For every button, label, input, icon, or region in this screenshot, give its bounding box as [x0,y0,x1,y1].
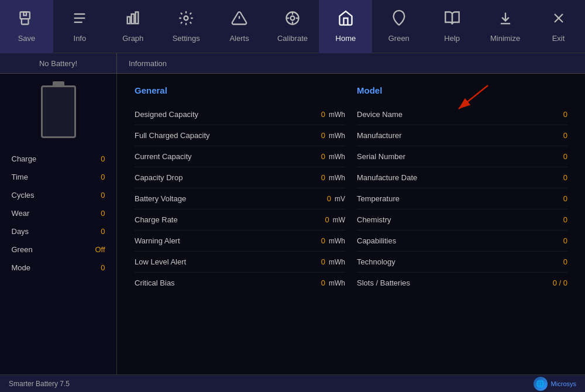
green-icon [391,10,407,30]
brand-label: Smarter Battery 7.5 [9,380,70,388]
manufacture-date-value: 0 [563,173,567,182]
nav-calibrate[interactable]: Calibrate [266,0,319,53]
nav-info-label: Info [74,34,87,43]
alerts-icon [231,10,247,30]
svg-rect-1 [22,19,29,24]
row-full-charged-capacity: Full Charged Capacity 0 mWh [135,125,345,146]
sidebar-green: Green Off [6,240,111,259]
status-bar: Smarter Battery 7.5 🌐 Microsys [0,374,585,392]
capacity-drop-label: Capacity Drop [135,173,183,182]
device-name-value: 0 [563,110,567,119]
critical-bias-label: Critical Bias [135,278,175,287]
watermark-globe: 🌐 [534,377,548,391]
settings-icon [178,10,194,30]
nav-info[interactable]: Info [53,0,106,53]
cycles-value: 0 [101,191,105,200]
sidebar-wear: Wear 0 [6,204,111,222]
row-manufacture-date: Manufacture Date 0 [357,167,567,188]
nav-home[interactable]: Home [319,0,372,53]
model-title: Model [357,85,567,95]
time-label: Time [12,173,28,181]
row-critical-bias: Critical Bias 0 mWh [135,273,345,293]
nav-help[interactable]: Help [425,0,479,53]
nav-graph[interactable]: Graph [106,0,160,53]
full-charged-label: Full Charged Capacity [135,131,210,140]
mode-label: Mode [12,263,31,272]
no-battery-label: No Battery! [0,53,117,73]
current-capacity-value: 0 mWh [321,152,345,161]
top-navigation: Save Info Graph Settings [0,0,585,53]
critical-bias-value: 0 mWh [321,278,345,287]
days-value: 0 [101,227,105,236]
wear-value: 0 [101,209,105,218]
info-columns: General Designed Capacity 0 mWh Full Cha… [135,85,567,293]
row-device-name: Device Name 0 [357,104,567,125]
nav-green-label: Green [388,34,410,43]
temperature-value: 0 [563,194,567,203]
row-warning-alert: Warning Alert 0 mWh [135,231,345,252]
designed-capacity-label: Designed Capacity [135,110,198,119]
nav-exit[interactable]: Exit [532,0,585,53]
row-serial-number: Serial Number 0 [357,146,567,167]
nav-green[interactable]: Green [372,0,425,53]
sidebar-cycles: Cycles 0 [6,186,111,204]
row-slots-batteries: Slots / Batteries 0 / 0 [357,273,567,293]
manufacture-date-label: Manufacture Date [357,173,417,182]
row-capacity-drop: Capacity Drop 0 mWh [135,167,345,188]
capabilities-value: 0 [563,236,567,245]
nav-alerts[interactable]: Alerts [213,0,266,53]
charge-rate-value: 0 mW [325,215,345,224]
sidebar-days: Days 0 [6,222,111,240]
battery-icon [41,85,76,138]
general-title: General [135,85,345,95]
sidebar: Charge 0 Time 0 Cycles 0 Wear 0 Days 0 G… [0,74,117,374]
battery-voltage-label: Battery Voltage [135,194,186,203]
svg-point-9 [184,16,188,20]
battery-voltage-value: 0 mV [327,194,345,203]
sidebar-time: Time 0 [6,168,111,186]
technology-value: 0 [563,257,567,266]
svg-rect-2 [24,12,27,16]
row-charge-rate: Charge Rate 0 mW [135,209,345,231]
row-temperature: Temperature 0 [357,188,567,209]
nav-minimize-label: Minimize [490,34,520,43]
svg-point-13 [290,16,294,20]
nav-minimize[interactable]: Minimize [479,0,532,53]
svg-rect-8 [136,12,139,24]
charge-rate-label: Charge Rate [135,215,178,224]
green-label: Green [12,245,33,254]
svg-rect-7 [132,14,135,23]
watermark: 🌐 Microsys [534,377,576,391]
full-charged-value: 0 mWh [321,131,345,140]
days-label: Days [12,227,29,236]
model-column: Model Device Name 0 Manufacturer 0 Seria… [357,85,567,293]
minimize-icon [497,10,514,30]
nav-home-label: Home [336,34,356,43]
temperature-label: Temperature [357,194,400,203]
nav-save[interactable]: Save [0,0,53,53]
sidebar-mode: Mode 0 [6,259,111,277]
chemistry-label: Chemistry [357,215,391,224]
row-designed-capacity: Designed Capacity 0 mWh [135,104,345,125]
information-label: Information [117,59,167,68]
charge-label: Charge [12,154,37,163]
exit-icon [550,10,567,30]
help-icon [444,10,460,30]
device-name-label: Device Name [357,110,402,119]
slots-batteries-value: 0 / 0 [553,278,567,287]
home-icon [338,10,354,30]
technology-label: Technology [357,257,395,266]
nav-settings[interactable]: Settings [160,0,213,53]
row-manufacturer: Manufacturer 0 [357,125,567,146]
info-bar: No Battery! Information [0,53,585,74]
charge-value: 0 [101,154,105,163]
nav-save-label: Save [18,34,36,43]
low-level-alert-label: Low Level Alert [135,257,186,266]
current-capacity-label: Current Capacity [135,152,192,161]
svg-rect-6 [128,17,130,24]
low-level-alert-value: 0 mWh [321,257,345,266]
chemistry-value: 0 [563,215,567,224]
save-icon [18,10,35,30]
graph-icon [125,10,141,30]
nav-exit-label: Exit [552,34,565,43]
